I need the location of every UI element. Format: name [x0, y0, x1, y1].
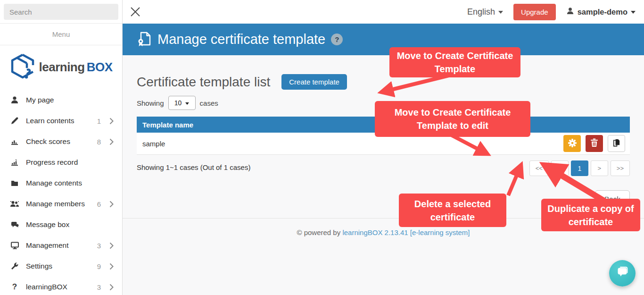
- item-count-badge: 3: [97, 283, 101, 291]
- chevron-right-icon: [109, 118, 114, 125]
- item-count-badge: 3: [97, 242, 101, 250]
- sidebar-nav: My page Learn contents 1 Check scores 8 …: [0, 89, 122, 295]
- sidebar-item-my-page[interactable]: My page: [0, 90, 122, 110]
- users-icon: [9, 200, 20, 208]
- question-icon: ?: [9, 282, 20, 292]
- showing-label: Showing: [137, 99, 164, 107]
- page-size-value: 10: [174, 99, 182, 107]
- line-chart-icon: [9, 158, 20, 167]
- sidebar-item-progress-record[interactable]: Progress record: [0, 152, 122, 173]
- list-title: Certificate template list: [137, 75, 270, 90]
- user-menu[interactable]: sample-demo: [566, 7, 636, 17]
- pencil-icon: [9, 117, 20, 125]
- sidebar-item-label: Manage members: [26, 200, 85, 208]
- sidebar-item-manage-contents[interactable]: Manage contents: [0, 173, 122, 194]
- folder-icon: [9, 179, 20, 187]
- sidebar-item-settings[interactable]: Settings 9: [0, 256, 122, 277]
- bar-chart-icon: [9, 137, 20, 146]
- sidebar-item-label: Progress record: [26, 158, 78, 167]
- callout-edit-template: Move to Create Certificate Template to e…: [375, 101, 530, 137]
- sidebar-item-message-box[interactable]: Message box: [0, 214, 122, 235]
- footer-copyright: © powered by: [297, 228, 340, 236]
- user-icon: [9, 96, 20, 104]
- page-title: Manage certificate template: [157, 32, 325, 47]
- item-count-badge: 8: [97, 138, 101, 146]
- pagination-page-1-button[interactable]: 1: [571, 160, 588, 176]
- duplicate-template-button[interactable]: [608, 135, 625, 152]
- logo-cube-icon: [10, 53, 35, 81]
- learningbox-logo[interactable]: learningBOX: [0, 45, 122, 89]
- pagination: << < 1 > >>: [529, 160, 630, 176]
- monitor-icon: [9, 241, 20, 250]
- chevron-right-icon: [109, 242, 114, 249]
- chevron-right-icon: [109, 201, 114, 208]
- item-count-badge: 6: [97, 200, 101, 208]
- topbar: English Upgrade sample-demo: [123, 0, 644, 24]
- search-input[interactable]: [4, 4, 118, 20]
- chevron-down-icon: [631, 11, 636, 14]
- sidebar-item-label: Manage contents: [26, 179, 82, 187]
- pagination-prev-button[interactable]: <: [551, 160, 569, 176]
- chevron-right-icon: [109, 138, 114, 145]
- main-area: English Upgrade sample-demo Manag: [123, 0, 644, 295]
- gear-icon: [568, 138, 577, 149]
- item-count-badge: 9: [97, 262, 101, 270]
- chevron-right-icon: [109, 284, 114, 291]
- sidebar-item-check-scores[interactable]: Check scores 8: [0, 131, 122, 152]
- close-menu-icon[interactable]: [128, 5, 142, 19]
- language-label: English: [467, 7, 495, 17]
- sidebar-item-label: Message box: [26, 220, 69, 229]
- sidebar-item-label: Management: [26, 241, 68, 250]
- user-avatar-icon: [566, 7, 574, 17]
- callout-create-template: Move to Create Certificate Template: [389, 47, 520, 77]
- username: sample-demo: [578, 8, 627, 17]
- sidebar-item-label: learningBOX: [26, 283, 67, 291]
- certificate-icon: [136, 30, 153, 49]
- upgrade-button[interactable]: Upgrade: [513, 4, 556, 20]
- callout-delete-certificate: Delete a selected certificate: [399, 194, 506, 227]
- sidebar-item-learningbox[interactable]: ? learningBOX 3: [0, 277, 122, 295]
- sidebar-item-learn-contents[interactable]: Learn contents 1: [0, 110, 122, 131]
- chevron-right-icon: [109, 263, 114, 270]
- item-count-badge: 1: [97, 117, 101, 125]
- page-size-select[interactable]: 10: [168, 96, 196, 110]
- language-dropdown[interactable]: English: [467, 7, 503, 17]
- sidebar-item-management[interactable]: Management 3: [0, 235, 122, 256]
- copy-icon: [612, 138, 621, 149]
- chat-bubble-icon: [615, 266, 629, 281]
- menu-label: Menu: [0, 24, 122, 45]
- template-name-cell: sample: [142, 140, 165, 148]
- sidebar-item-label: Learn contents: [26, 117, 74, 125]
- help-icon[interactable]: ?: [331, 34, 343, 45]
- sidebar: Menu learningBOX My page: [0, 0, 123, 295]
- logo-text: learningBOX: [39, 60, 113, 75]
- cases-label: cases: [200, 99, 218, 107]
- sidebar-item-label: My page: [26, 96, 54, 104]
- pagination-next-button[interactable]: >: [591, 160, 608, 176]
- pagination-last-button[interactable]: >>: [611, 160, 630, 176]
- chat-widget-button[interactable]: [609, 260, 636, 287]
- callout-duplicate-certificate: Duplicate a copy of certificate: [541, 199, 640, 231]
- results-summary: Showing 1~1 cases (Out of 1 cases): [137, 163, 250, 171]
- edit-template-button[interactable]: [563, 135, 581, 152]
- footer-link[interactable]: learningBOX 2.13.41 [e-learning system]: [342, 228, 470, 236]
- chevron-down-icon: [498, 11, 503, 14]
- create-template-button[interactable]: Create template: [281, 74, 347, 90]
- column-header-template-name: Template name: [142, 121, 193, 129]
- pagination-first-button[interactable]: <<: [529, 160, 549, 176]
- trash-icon: [590, 138, 598, 149]
- delete-template-button[interactable]: [586, 135, 603, 152]
- chevron-down-icon: [185, 102, 189, 105]
- wrench-icon: [9, 262, 20, 270]
- chat-icon: [9, 220, 20, 229]
- sidebar-item-label: Settings: [26, 262, 52, 270]
- page-banner: Manage certificate template ?: [123, 24, 644, 55]
- sidebar-item-manage-members[interactable]: Manage members 6: [0, 194, 122, 214]
- sidebar-item-label: Check scores: [26, 137, 70, 146]
